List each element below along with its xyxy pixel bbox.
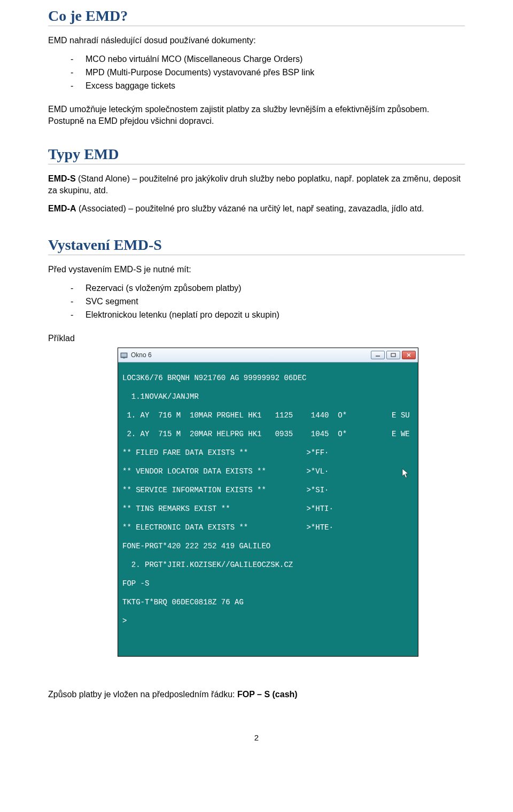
terminal-line: TKTG-T*BRQ 06DEC0818Z 76 AG [122,598,414,608]
typ-emda: EMD-A (Associated) – použitelné pro služ… [48,203,465,215]
cursor-icon [344,456,410,495]
intro-para-2: EMD umožňuje leteckým společnostem zajis… [48,104,465,128]
page: Co je EMD? EMD nahradí následující dosud… [0,7,513,763]
list-item: Rezervaci (s vloženým způsobem platby) [71,282,465,295]
window-titlebar[interactable]: Okno 6 [118,348,418,362]
terminal-line: 1.1NOVAK/JANJMR [122,392,414,402]
terminal-line: 1. AY 716 M 10MAR PRGHEL HK1 1125 1440 O… [122,411,414,421]
intro-list-1: MCO nebo virtuální MCO (Miscellaneous Ch… [48,53,465,92]
minimize-button[interactable] [371,351,385,359]
heading-typy-emd: Typy EMD [48,146,465,164]
svg-rect-4 [391,353,395,357]
terminal-line: FOP -S [122,579,414,589]
page-number: 2 [48,733,465,742]
emda-label: EMD-A [48,204,76,213]
close-button[interactable] [402,351,416,359]
terminal-line: FONE-PRGT*420 222 252 419 GALILEO [122,542,414,551]
terminal-line: ** ELECTRONIC DATA EXISTS ** >*HTE· [122,523,414,533]
list-item: SVC segment [71,295,465,309]
list-item: MCO nebo virtuální MCO (Miscellaneous Ch… [71,53,465,66]
terminal-body[interactable]: LOC3K6/76 BRQNH N921760 AG 99999992 06DE… [118,362,418,657]
list-item: Excess baggage tickets [71,80,465,93]
maximize-button[interactable] [386,351,400,359]
list-item: MPD (Multi-Purpose Documents) vystavovan… [71,66,465,80]
terminal-line: 2. PRGT*JIRI.KOZISEK//GALILEOCZSK.CZ [122,561,414,570]
window-title: Okno 6 [131,351,152,359]
closing-para: Způsob platby je vložen na předposledním… [48,689,465,700]
emds-label: EMD-S [48,174,76,183]
window-icon [120,351,128,359]
terminal-line: ** TINS REMARKS EXIST ** >*HTI· [122,504,414,514]
closing-bold: FOP – S (cash) [237,690,298,699]
closing-text: Způsob platby je vložen na předposledním… [48,690,237,699]
terminal-screenshot: Okno 6 LOC3K6/76 BRQNH N921760 AG 999999… [118,348,465,657]
svg-rect-2 [123,358,125,359]
vystaveni-list: Rezervaci (s vloženým způsobem platby) S… [48,282,465,321]
typ-emds: EMD-S (Stand Alone) – použitelné pro jak… [48,173,465,197]
vystaveni-intro: Před vystavením EMD-S je nutné mít: [48,264,465,275]
window-frame: Okno 6 LOC3K6/76 BRQNH N921760 AG 999999… [118,348,418,657]
heading-co-je-emd: Co je EMD? [48,7,465,26]
emds-desc: (Stand Alone) – použitelné pro jakýkoliv… [48,174,461,195]
terminal-line: 2. AY 715 M 20MAR HELPRG HK1 0935 1045 O… [122,430,414,439]
terminal-line: > [122,617,414,626]
terminal-line: LOC3K6/76 BRQNH N921760 AG 99999992 06DE… [122,374,414,383]
list-item: Elektronickou letenku (neplatí pro depoz… [71,309,465,322]
svg-rect-1 [121,353,127,357]
priklad-label: Příklad [48,333,465,344]
intro-para-1: EMD nahradí následující dosud používané … [48,35,465,46]
emda-desc: (Associated) – použitelné pro služby váz… [76,204,424,213]
heading-vystaveni-emds: Vystavení EMD-S [48,236,465,255]
